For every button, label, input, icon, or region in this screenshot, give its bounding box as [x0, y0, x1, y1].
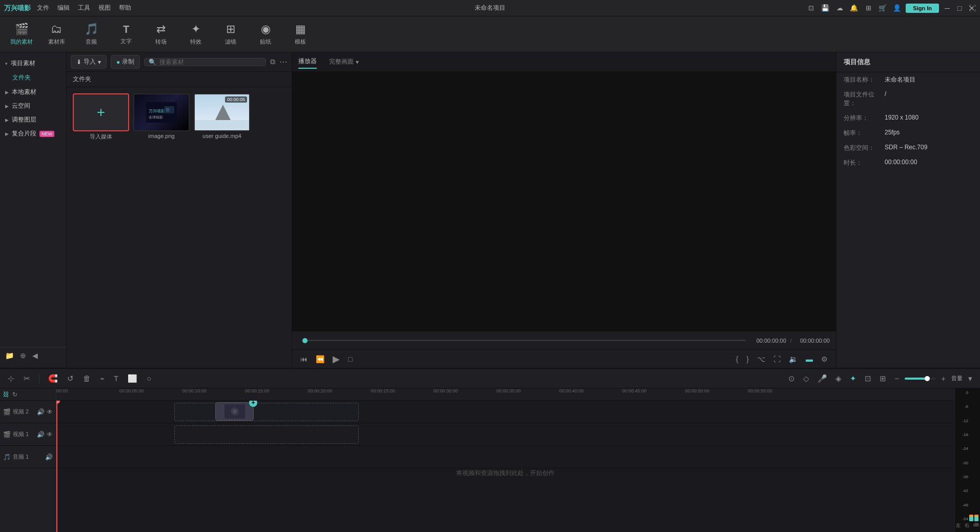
circle-tool[interactable]: ○: [144, 372, 154, 384]
delete-tool[interactable]: 🗑: [80, 372, 93, 384]
settings-icon[interactable]: ⚙: [819, 354, 830, 364]
project-assets-header[interactable]: ▾ 项目素材: [0, 56, 66, 70]
volume-expand-icon[interactable]: ▾: [966, 372, 975, 385]
collapse-panel-icon[interactable]: ◀: [32, 351, 38, 360]
preview-expand-icon[interactable]: ⛶: [969, 4, 976, 12]
mark-out-icon[interactable]: }: [744, 354, 751, 364]
timeline-sync-icon[interactable]: ↻: [12, 391, 17, 398]
text-tool[interactable]: T: [111, 372, 121, 384]
grid-icon[interactable]: ⊞: [864, 4, 873, 13]
timeline-main: ⛓ ↻ 🎬 视频 2 🔊 👁 🎬 视频 1 🔊 👁 🎵 音: [0, 388, 980, 532]
select-tool[interactable]: ⊹: [5, 372, 17, 385]
search-input[interactable]: [159, 58, 261, 66]
fullscreen-icon[interactable]: ⛶: [771, 354, 783, 364]
compound-header[interactable]: ▶ 复合片段 NEW: [0, 127, 66, 141]
volume-down-icon[interactable]: 🔉: [787, 354, 800, 364]
import-folder-icon[interactable]: ⊕: [20, 351, 26, 360]
color-correct-icon[interactable]: ✦: [847, 372, 859, 385]
mic-icon[interactable]: 🎤: [815, 372, 830, 385]
menu-file[interactable]: 文件: [37, 4, 49, 12]
magnet-tool[interactable]: 🧲: [46, 372, 60, 385]
tool-filter[interactable]: ⊞ 滤镜: [214, 19, 247, 50]
link-icon[interactable]: ⛓: [3, 391, 9, 398]
playhead[interactable]: [56, 401, 57, 532]
track-audio1-vol[interactable]: 🔊: [45, 454, 53, 461]
meter-db-label: dB: [973, 522, 979, 529]
preview-progress-bar[interactable]: [302, 340, 746, 341]
volume-ctrl[interactable]: ▬: [804, 354, 815, 364]
project-title: 未命名项目: [475, 4, 505, 12]
list-item[interactable]: 00:00:05 user guide.mp4: [194, 93, 250, 362]
user-icon[interactable]: 👤: [892, 4, 902, 13]
timeline-ruler[interactable]: 00:00 00:00:05:00 00:00:10:00 00:00:15:0…: [56, 388, 954, 401]
tool-transition[interactable]: ⇄ 转场: [145, 19, 177, 50]
zoom-out-icon[interactable]: −: [892, 372, 902, 384]
local-assets-header[interactable]: ▶ 本地素材: [0, 85, 66, 99]
tool-text[interactable]: T 文字: [110, 19, 142, 50]
drop-zone[interactable]: [174, 403, 359, 421]
menu-view[interactable]: 视图: [98, 4, 111, 12]
progress-handle[interactable]: [302, 338, 308, 343]
new-badge: NEW: [39, 131, 54, 137]
zoom-in-icon[interactable]: +: [938, 372, 948, 384]
tab-fullscreen[interactable]: 完整画面 ▾: [329, 57, 359, 66]
cart-icon[interactable]: 🛒: [878, 4, 887, 13]
tool-asset-lib[interactable]: 🗂 素材库: [40, 19, 73, 50]
cloud-header[interactable]: ▶ 云空间: [0, 99, 66, 113]
auto-detect-icon[interactable]: ⊙: [786, 372, 798, 385]
maximize-button[interactable]: □: [955, 4, 964, 12]
track-video2-eye[interactable]: 👁: [47, 408, 53, 416]
split-tool[interactable]: ⌁: [97, 372, 107, 385]
sidebar-item-folder[interactable]: 文件夹: [3, 71, 63, 85]
cloud-icon[interactable]: ☁: [835, 4, 844, 13]
tool-my-assets[interactable]: 🎬 我的素材: [5, 19, 38, 50]
stop-button[interactable]: □: [346, 354, 354, 364]
bell-icon[interactable]: 🔔: [849, 4, 859, 13]
zoom-slider[interactable]: [905, 378, 935, 380]
filter-icon[interactable]: ⧉: [270, 57, 275, 66]
more-options-icon[interactable]: ⋯: [279, 57, 288, 67]
menu-tools[interactable]: 工具: [78, 4, 90, 12]
track-video1-audio[interactable]: 🔊: [37, 431, 45, 438]
voice-enhance-icon[interactable]: ◈: [833, 372, 844, 385]
razor-tool[interactable]: ✂: [21, 372, 33, 385]
meter-content: 0 -6 -12 -18 -24 -30 -36 -42 -48 -54: [956, 390, 979, 521]
crop-icon[interactable]: ⊡: [862, 372, 874, 385]
tool-audio[interactable]: 🎵 音频: [75, 19, 108, 50]
list-item[interactable]: 万兴喵影 全球喵影 image.png: [133, 93, 190, 362]
undo-tool[interactable]: ↺: [65, 372, 76, 385]
tab-player[interactable]: 播放器: [298, 55, 317, 69]
mark-in-icon[interactable]: {: [734, 354, 741, 364]
step-back-button[interactable]: ⏮: [298, 354, 310, 364]
frame-tool[interactable]: ⬜: [125, 372, 140, 385]
tool-sticker-label: 贴纸: [260, 38, 271, 46]
track-video1-eye[interactable]: 👁: [47, 431, 53, 438]
signin-button[interactable]: Sign In: [906, 4, 939, 13]
tool-effects[interactable]: ✦ 特效: [179, 19, 212, 50]
info-value-fps: 25fps: [885, 129, 973, 136]
info-value-duration: 00:00:00:00: [885, 159, 973, 166]
menu-help[interactable]: 帮助: [119, 4, 131, 12]
tool-template[interactable]: ▦ 模板: [284, 19, 317, 50]
import-thumb[interactable]: +: [73, 93, 129, 131]
volume-meter: 0 -6 -12 -18 -24 -30 -36 -42 -48 -54: [954, 388, 980, 532]
frame-back-button[interactable]: ⏪: [314, 354, 326, 364]
split-icon[interactable]: ⌥: [755, 354, 767, 364]
list-item[interactable]: + 导入媒体: [73, 93, 129, 362]
import-button[interactable]: ⬇ 导入 ▾: [71, 55, 107, 69]
new-folder-icon[interactable]: 📁: [5, 351, 14, 360]
fullscreen-tab-label: 完整画面: [329, 57, 354, 66]
adjustment-header[interactable]: ▶ 调整图层: [0, 113, 66, 127]
image-thumb[interactable]: 万兴喵影 全球喵影: [133, 93, 190, 131]
track-video2-audio[interactable]: 🔊: [37, 408, 45, 416]
video1-drop-zone[interactable]: [174, 425, 359, 444]
tool-sticker[interactable]: ◉ 贴纸: [249, 19, 282, 50]
record-button[interactable]: ● 录制: [111, 55, 140, 69]
menu-edit[interactable]: 编辑: [57, 4, 70, 12]
video-thumb[interactable]: 00:00:05: [194, 93, 250, 131]
play-button[interactable]: ▶: [331, 352, 342, 366]
save-icon[interactable]: 💾: [821, 4, 830, 13]
speed-icon[interactable]: ⊞: [877, 372, 889, 385]
marker-icon[interactable]: ◇: [801, 372, 812, 385]
minimize-button[interactable]: ─: [943, 4, 951, 12]
